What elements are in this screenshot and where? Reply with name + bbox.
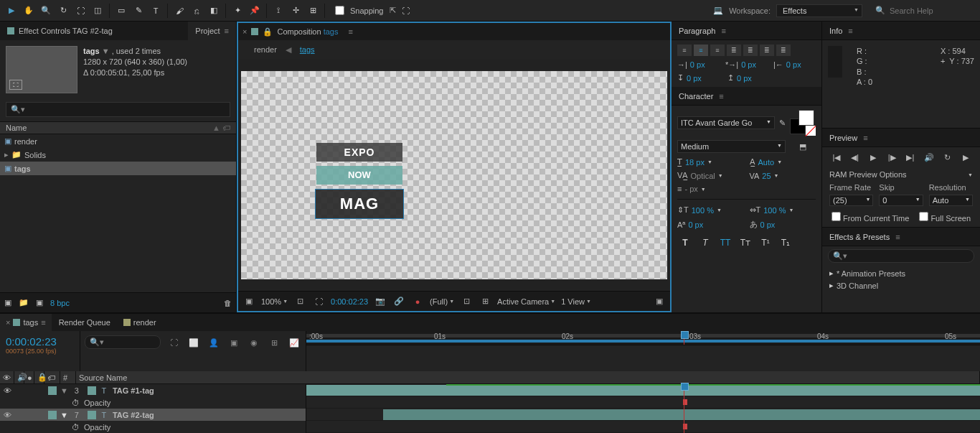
- views-dropdown[interactable]: 1 View: [561, 297, 591, 306]
- hscale-value[interactable]: 100 %: [763, 206, 786, 215]
- from-current-checkbox[interactable]: From Current Time: [831, 212, 909, 223]
- lock-col-header[interactable]: 🔒: [34, 371, 44, 383]
- framerate-dropdown[interactable]: (25): [829, 195, 873, 206]
- rotation-tool-icon[interactable]: ↻: [56, 4, 70, 18]
- panel-menu-icon[interactable]: ≡: [225, 27, 229, 35]
- layer-color-swatch2[interactable]: [88, 411, 96, 419]
- panel-menu-icon[interactable]: ≡: [41, 318, 45, 327]
- kerning-value[interactable]: Optical: [691, 172, 715, 180]
- shape-tool-icon[interactable]: ▭: [114, 4, 128, 18]
- font-weight-dropdown[interactable]: Medium: [677, 140, 786, 153]
- camera-dropdown[interactable]: Active Camera: [497, 297, 555, 306]
- close-tab-icon[interactable]: ×: [242, 27, 247, 36]
- superscript-button[interactable]: T¹: [758, 237, 773, 248]
- effects-search-input[interactable]: 🔍▾: [828, 249, 974, 263]
- panel-menu-icon[interactable]: ≡: [863, 134, 867, 142]
- layer1-opacity-track[interactable]: [306, 396, 980, 409]
- fast-preview-icon[interactable]: ⛶: [312, 295, 325, 308]
- snap-nudge-icon[interactable]: ⇱: [390, 6, 396, 15]
- rotobrush-tool-icon[interactable]: ✦: [230, 4, 245, 18]
- grid-icon[interactable]: ⊞: [479, 295, 491, 308]
- full-screen-checkbox[interactable]: Full Screen: [919, 212, 971, 223]
- preset-animation-folder[interactable]: ▸ * Animation Presets: [825, 267, 977, 279]
- hand-tool-icon[interactable]: ✋: [22, 4, 36, 18]
- motion-blur-icon[interactable]: ◉: [247, 335, 261, 350]
- effect-controls-tab[interactable]: Effect Controls TAG #2-tag: [0, 22, 120, 40]
- stopwatch-icon[interactable]: ⏱: [72, 423, 80, 432]
- panel-menu-icon[interactable]: ≡: [719, 92, 723, 101]
- source-name-col-header[interactable]: Source Name: [76, 371, 980, 383]
- roi-icon[interactable]: ⊡: [460, 295, 473, 308]
- subscript-button[interactable]: T₁: [778, 237, 793, 248]
- indent-left-value[interactable]: 0 px: [690, 60, 705, 69]
- text-tool-icon[interactable]: T: [149, 4, 163, 18]
- visibility-col-header[interactable]: 👁: [0, 371, 14, 383]
- always-preview-icon[interactable]: ▣: [242, 295, 255, 308]
- delete-icon[interactable]: 🗑: [224, 299, 232, 307]
- allcaps-button[interactable]: TT: [717, 237, 733, 248]
- layer-color-swatch2[interactable]: [88, 386, 96, 395]
- playhead-line[interactable]: [684, 383, 684, 433]
- playhead[interactable]: [684, 331, 684, 345]
- layer-row-2[interactable]: 👁 ▼ 7 T TAG #2-tag: [0, 409, 306, 421]
- align-right-button[interactable]: ≡: [710, 45, 725, 56]
- pin-tool-icon[interactable]: 📌: [248, 4, 262, 18]
- timeline-search-input[interactable]: 🔍▾: [85, 335, 161, 349]
- hide-shy-icon[interactable]: 👤: [207, 335, 221, 350]
- text-layer-expo[interactable]: EXPO: [316, 143, 402, 162]
- timeline-ruler[interactable]: :00s 01s 02s 03s 04s 05s: [306, 331, 980, 345]
- brainstorm-icon[interactable]: ⊞: [267, 335, 281, 350]
- label-column-header[interactable]: ▲ 🏷: [212, 124, 230, 132]
- close-tab-icon[interactable]: ×: [6, 318, 10, 327]
- text-layer-now[interactable]: NOW: [316, 166, 402, 185]
- audio-button[interactable]: 🔊: [922, 152, 936, 163]
- resolution-dropdown[interactable]: Auto: [929, 195, 973, 206]
- clone-tool-icon[interactable]: ⎌: [189, 4, 204, 18]
- space-after-value[interactable]: 0 px: [737, 74, 752, 83]
- fill-stroke-swatch[interactable]: [790, 110, 816, 136]
- layer-row-1[interactable]: 👁 ▼ 3 T TAG #1-tag: [0, 384, 306, 396]
- breadcrumb-tags[interactable]: tags: [300, 45, 315, 54]
- workspace-icon[interactable]: 💻: [713, 6, 723, 15]
- draft3d-icon[interactable]: ⬜: [187, 335, 201, 350]
- layer1-track[interactable]: [306, 384, 980, 396]
- resolution-dropdown[interactable]: (Full): [430, 297, 454, 306]
- new-folder-icon[interactable]: 📁: [19, 298, 29, 307]
- axis-local-icon[interactable]: ⟟: [271, 4, 286, 18]
- show-snapshot-icon[interactable]: 🔗: [392, 295, 405, 308]
- font-size-value[interactable]: 18 px: [685, 158, 705, 167]
- eraser-tool-icon[interactable]: ◧: [207, 4, 221, 18]
- panel-menu-icon[interactable]: ≡: [895, 233, 900, 241]
- vscale-value[interactable]: 100 %: [692, 206, 714, 215]
- preset-3dchannel-folder[interactable]: ▸ 3D Channel: [825, 279, 977, 292]
- current-timecode[interactable]: 0:00:02:23: [6, 335, 74, 348]
- visibility-toggle[interactable]: 👁: [0, 386, 14, 395]
- play-button[interactable]: ▶: [867, 152, 881, 163]
- layer2-opacity-prop[interactable]: ⏱ Opacity: [0, 421, 306, 433]
- layer-color-swatch[interactable]: [48, 411, 57, 419]
- search-help-input[interactable]: [890, 6, 976, 15]
- new-comp-icon[interactable]: ▣: [36, 298, 43, 307]
- workspace-dropdown[interactable]: Effects: [776, 4, 862, 17]
- panel-menu-icon[interactable]: ≡: [848, 27, 852, 35]
- comp-mini-flowchart-icon[interactable]: ⛶: [166, 335, 181, 350]
- layer2-opacity-track[interactable]: [306, 421, 980, 433]
- layer-color-swatch[interactable]: [48, 386, 57, 395]
- name-column-header[interactable]: Name: [6, 124, 212, 132]
- indent-right-value[interactable]: 0 px: [786, 60, 801, 69]
- graph-editor-icon[interactable]: 📈: [287, 335, 301, 350]
- next-frame-button[interactable]: |▶: [885, 152, 899, 163]
- panel-menu-icon[interactable]: ≡: [721, 27, 725, 35]
- project-item-solids[interactable]: ▸ 📁 Solids: [0, 148, 236, 162]
- project-item-tags[interactable]: ▣ tags: [0, 162, 236, 175]
- axis-view-icon[interactable]: ⊞: [306, 4, 320, 18]
- first-frame-button[interactable]: |◀: [829, 152, 844, 163]
- panbehind-tool-icon[interactable]: ◫: [90, 4, 105, 18]
- timeline-tab-render[interactable]: render: [118, 314, 162, 331]
- breadcrumb-render[interactable]: render: [254, 45, 277, 54]
- tsume-value[interactable]: 0 px: [760, 220, 776, 229]
- snapping-checkbox[interactable]: [335, 6, 344, 15]
- stroke-width-value[interactable]: - px: [684, 185, 697, 193]
- leading-value[interactable]: Auto: [758, 158, 775, 167]
- smallcaps-button[interactable]: Tᴛ: [738, 237, 753, 248]
